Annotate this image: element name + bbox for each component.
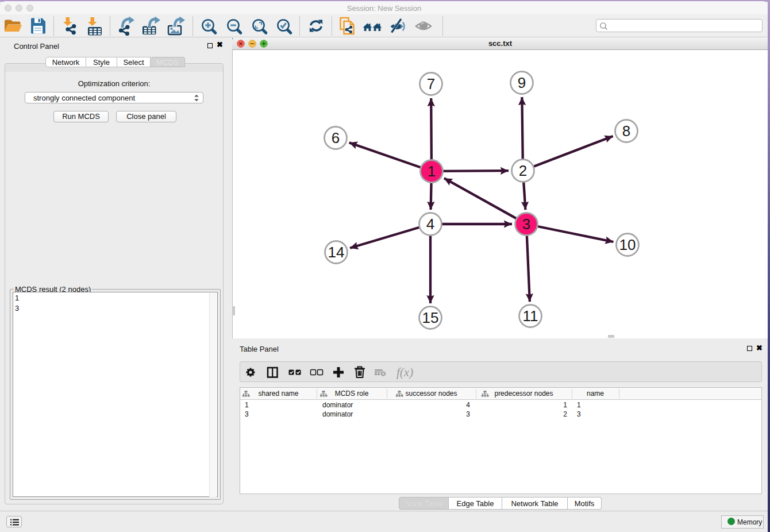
svg-text:2: 2 <box>519 162 527 179</box>
svg-text:14: 14 <box>328 244 345 261</box>
svg-text:4: 4 <box>426 215 434 233</box>
svg-text:6: 6 <box>332 129 340 147</box>
svg-text:15: 15 <box>422 309 439 326</box>
svg-text:11: 11 <box>523 307 538 325</box>
svg-text:1: 1 <box>428 163 436 180</box>
svg-text:8: 8 <box>622 122 630 140</box>
svg-text:3: 3 <box>522 215 530 233</box>
svg-text:f(x): f(x) <box>396 365 413 379</box>
svg-text:10: 10 <box>619 236 636 253</box>
svg-text:7: 7 <box>427 75 435 92</box>
svg-text:9: 9 <box>518 74 526 91</box>
